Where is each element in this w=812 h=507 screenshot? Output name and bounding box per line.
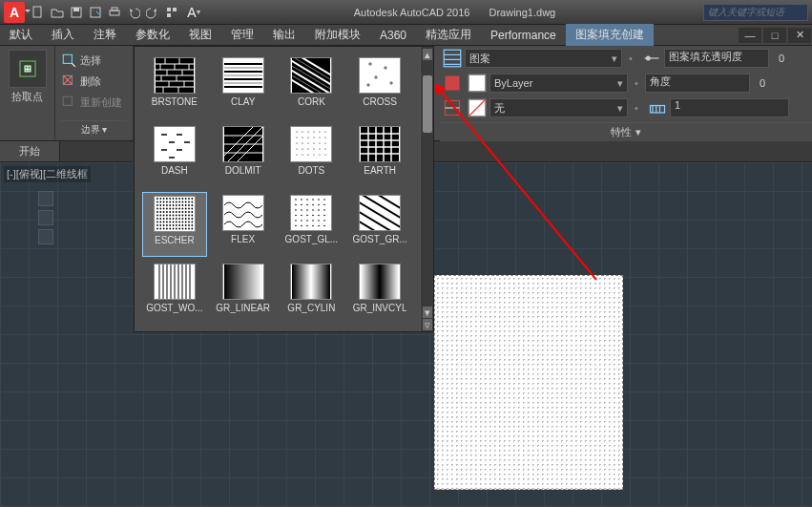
viewport-label[interactable]: [-][俯视][二维线框 — [4, 166, 91, 182]
svg-point-88 — [188, 204, 190, 206]
tab-精选应用[interactable]: 精选应用 — [416, 24, 481, 46]
svg-point-107 — [172, 211, 174, 213]
pattern-brstone[interactable]: BRSTONE — [142, 54, 207, 119]
vc-rotate-icon[interactable] — [38, 229, 53, 244]
scale-icon[interactable] — [648, 98, 667, 117]
search-input[interactable] — [703, 4, 808, 21]
tab-插入[interactable]: 插入 — [42, 24, 84, 46]
vc-home-icon[interactable] — [38, 210, 53, 225]
tab-start[interactable]: 开始 — [0, 141, 60, 161]
color-dropdown[interactable]: ByLayer — [489, 74, 628, 93]
pattern-cross[interactable]: CROSS — [347, 54, 412, 119]
qat-undo-icon[interactable] — [125, 4, 142, 21]
svg-point-122 — [181, 215, 183, 217]
tab-图案填充创建[interactable]: 图案填充创建 — [566, 24, 654, 46]
close-button[interactable]: ✕ — [788, 28, 811, 43]
qat-print-icon[interactable] — [106, 4, 123, 21]
pattern-gr_invcyl[interactable]: GR_INVCYL — [347, 261, 412, 326]
pattern-gr_linear[interactable]: GR_LINEAR — [211, 261, 276, 326]
transparency-icon[interactable] — [642, 49, 661, 68]
hatch-type-icon[interactable] — [443, 49, 462, 68]
scroll-down-icon[interactable]: ▾ — [423, 306, 432, 318]
pick-points-button[interactable]: + — [9, 50, 47, 88]
svg-point-73 — [178, 201, 180, 203]
pattern-clay[interactable]: CLAY — [211, 54, 276, 119]
pattern-gost_gr[interactable]: GOST_GR... — [347, 192, 412, 257]
min-button[interactable]: — — [739, 28, 761, 43]
app-logo[interactable]: A — [4, 2, 25, 23]
svg-point-59 — [172, 198, 174, 200]
pattern-gr_cylin[interactable]: GR_CYLIN — [280, 261, 344, 326]
pattern-dash[interactable]: DASH — [142, 123, 207, 188]
qat-redo-icon[interactable] — [144, 4, 161, 21]
delete-button[interactable]: 删除 — [61, 72, 127, 91]
tab-附加模块[interactable]: 附加模块 — [305, 24, 370, 46]
pattern-cork[interactable]: CORK — [280, 54, 344, 119]
tab-注释[interactable]: 注释 — [84, 24, 126, 46]
properties-panel-label[interactable]: 特性 ▾ — [440, 122, 812, 141]
tab-输出[interactable]: 输出 — [263, 24, 305, 46]
tab-默认[interactable]: 默认 — [0, 24, 42, 46]
scroll-thumb[interactable] — [423, 75, 432, 133]
svg-point-96 — [176, 208, 177, 210]
ribbon-tabs: 默认插入注释参数化视图管理输出附加模块A360精选应用Performance图案… — [0, 25, 812, 46]
pattern-scrollbar[interactable]: ▴ ▾ ▿ — [420, 47, 433, 331]
viewcube-controls[interactable] — [38, 191, 53, 244]
hatched-rectangle[interactable] — [434, 275, 623, 490]
svg-rect-21 — [292, 127, 330, 161]
svg-point-152 — [163, 224, 165, 226]
angle-field[interactable]: 角度 — [645, 74, 750, 93]
tab-参数化[interactable]: 参数化 — [126, 24, 179, 46]
svg-point-155 — [172, 224, 174, 226]
pattern-dots[interactable]: DOTS — [280, 123, 344, 188]
svg-point-206 — [296, 225, 298, 227]
svg-rect-220 — [468, 74, 486, 92]
svg-point-76 — [188, 201, 190, 203]
svg-point-130 — [169, 218, 171, 220]
svg-point-57 — [166, 198, 168, 200]
pattern-flex[interactable]: FLEX — [211, 192, 276, 257]
vc-minus-icon[interactable] — [38, 191, 53, 206]
svg-point-169 — [178, 228, 180, 230]
svg-rect-219 — [446, 76, 460, 91]
svg-point-168 — [176, 228, 177, 230]
bg-dropdown[interactable]: 无 — [489, 98, 628, 117]
pattern-swatch — [290, 195, 332, 231]
svg-point-36 — [308, 142, 309, 143]
tab-Performance[interactable]: Performance — [481, 26, 566, 45]
scroll-up-icon[interactable]: ▴ — [423, 49, 432, 60]
tab-视图[interactable]: 视图 — [179, 24, 221, 46]
svg-point-161 — [191, 224, 193, 226]
bg-color-icon[interactable] — [443, 98, 462, 117]
pattern-escher[interactable]: ESCHER — [142, 192, 207, 257]
max-button[interactable]: □ — [763, 28, 786, 43]
boundary-panel-label[interactable]: 边界 ▾ — [61, 120, 127, 137]
select-button[interactable]: 选择 — [61, 51, 127, 70]
pattern-dolmit[interactable]: DOLMIT — [211, 123, 276, 188]
tab-A360[interactable]: A360 — [370, 26, 416, 45]
svg-point-105 — [166, 211, 168, 213]
qat-text-icon[interactable]: A▾ — [182, 4, 205, 21]
hatch-type-dropdown[interactable]: 图案 — [465, 49, 622, 68]
color-icon[interactable] — [443, 74, 462, 93]
pattern-earth[interactable]: EARTH — [347, 123, 412, 188]
qat-saveas-icon[interactable] — [87, 4, 104, 21]
svg-point-112 — [188, 211, 190, 213]
pattern-gost_wo[interactable]: GOST_WO... — [142, 261, 207, 326]
pattern-label: GOST_WO... — [146, 303, 202, 313]
qat-open-icon[interactable] — [49, 4, 66, 21]
svg-point-51 — [325, 154, 326, 155]
qat-save-icon[interactable] — [68, 4, 85, 21]
tab-管理[interactable]: 管理 — [221, 24, 263, 46]
scale-field[interactable]: 1 — [670, 98, 789, 117]
qat-workspace-icon[interactable] — [163, 4, 180, 21]
qat-new-icon[interactable] — [30, 4, 47, 21]
pattern-swatch — [154, 57, 196, 94]
app-name: Autodesk AutoCAD 2016 — [354, 7, 470, 18]
svg-point-165 — [166, 228, 168, 230]
transparency-field[interactable]: 图案填充透明度 — [664, 49, 769, 68]
pattern-gost_gl[interactable]: GOST_GL... — [280, 192, 344, 257]
svg-point-29 — [302, 137, 303, 137]
svg-point-185 — [313, 204, 315, 206]
scroll-expand-icon[interactable]: ▿ — [423, 319, 432, 330]
